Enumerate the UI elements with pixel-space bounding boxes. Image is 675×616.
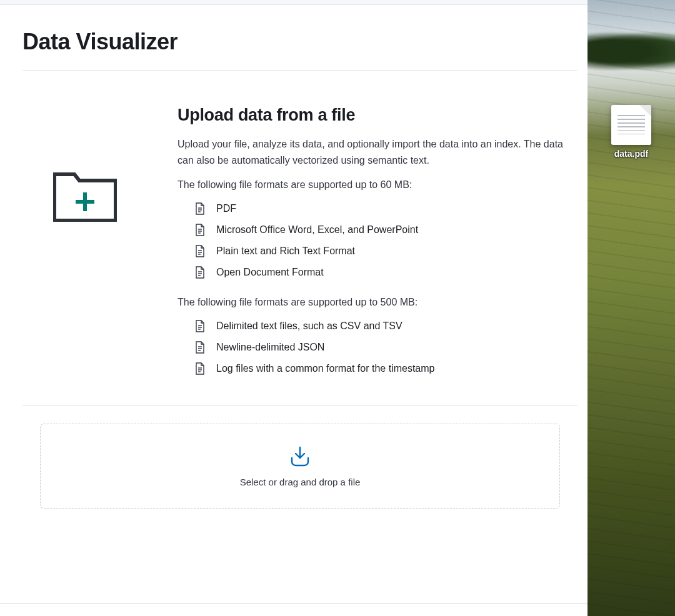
footer-divider [0, 604, 588, 604]
list-item: Log files with a common format for the t… [195, 358, 578, 379]
import-icon [288, 445, 312, 468]
list-item: Microsoft Office Word, Excel, and PowerP… [195, 219, 578, 241]
large-format-list: Delimited text files, such as CSV and TS… [178, 315, 578, 379]
list-item-label: Delimited text files, such as CSV and TS… [216, 320, 402, 332]
document-icon [195, 266, 205, 279]
desktop-background[interactable]: data.pdf [588, 0, 675, 616]
list-item-label: PDF [216, 203, 236, 214]
document-icon [195, 224, 205, 236]
desktop-scenery [588, 31, 675, 71]
list-item-label: Newline-delimited JSON [216, 342, 324, 353]
pdf-file-icon [611, 105, 651, 145]
list-item: Delimited text files, such as CSV and TS… [195, 315, 578, 337]
document-icon [195, 245, 205, 257]
small-limit-intro: The following file formats are supported… [178, 179, 578, 191]
dropzone-prompt: Select or drag and drop a file [240, 477, 361, 487]
upload-hero-section: Upload data from a file Upload your file… [22, 71, 578, 393]
window-topbar [0, 0, 675, 5]
small-format-list: PDF Microsoft Office Word, Excel, and Po… [178, 198, 578, 283]
list-item-label: Open Document Format [216, 267, 324, 278]
page-title: Data Visualizer [22, 29, 578, 55]
hero-icon-column [22, 106, 148, 393]
list-item: Plain text and Rich Text Format [195, 241, 578, 262]
section-divider [22, 405, 578, 406]
list-item: PDF [195, 198, 578, 219]
document-icon [195, 341, 205, 354]
list-item: Newline-delimited JSON [195, 337, 578, 358]
folder-plus-icon [53, 168, 117, 222]
document-icon [195, 362, 205, 375]
upload-heading: Upload data from a file [178, 106, 578, 125]
document-icon [195, 320, 205, 332]
list-item-label: Log files with a common format for the t… [216, 363, 434, 374]
large-limit-intro: The following file formats are supported… [178, 297, 578, 308]
list-item: Open Document Format [195, 262, 578, 283]
list-item-label: Microsoft Office Word, Excel, and PowerP… [216, 224, 418, 236]
upload-description: Upload your file, analyze its data, and … [178, 136, 578, 168]
hero-copy: Upload data from a file Upload your file… [178, 106, 578, 393]
desktop-file-datapdf[interactable]: data.pdf [603, 105, 659, 159]
document-icon [195, 202, 205, 215]
file-dropzone[interactable]: Select or drag and drop a file [40, 424, 560, 509]
list-item-label: Plain text and Rich Text Format [216, 246, 355, 257]
desktop-file-name: data.pdf [603, 149, 659, 159]
app-content: Data Visualizer Upload data from a file … [0, 5, 588, 616]
